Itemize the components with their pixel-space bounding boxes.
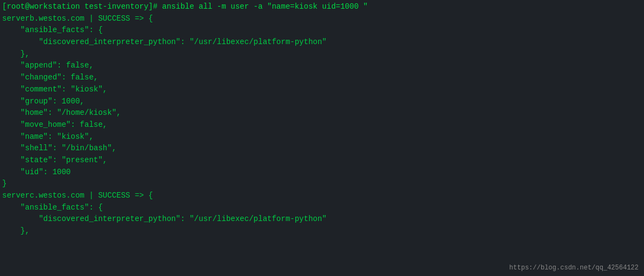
terminal-line: "comment": "kiosk", [0, 84, 644, 96]
terminal-output: [root@workstation test-inventory]# ansib… [0, 1, 644, 237]
terminal-line: "home": "/home/kiosk", [0, 107, 644, 119]
line-text: "move_home": false, [2, 120, 107, 129]
terminal-line: "changed": false, [0, 72, 644, 84]
line-text: "comment": "kiosk", [2, 85, 107, 94]
terminal-line: [root@workstation test-inventory]# ansib… [0, 1, 644, 13]
terminal-line: "name": "kiosk", [0, 131, 644, 143]
line-text: }, [2, 50, 29, 58]
terminal-line: "move_home": false, [0, 119, 644, 131]
line-text: "uid": 1000 [2, 168, 71, 176]
line-text: serverc.westos.com | SUCCESS => { [2, 191, 153, 200]
terminal-line: }, [0, 225, 644, 237]
terminal-line: serverb.westos.com | SUCCESS => { [0, 13, 644, 25]
terminal-line: } [0, 178, 644, 190]
line-text: "changed": false, [2, 73, 98, 82]
terminal-line: }, [0, 48, 644, 60]
line-text: "shell": "/bin/bash", [2, 144, 116, 152]
terminal-line: "discovered_interpreter_python": "/usr/l… [0, 36, 644, 48]
terminal-line: "group": 1000, [0, 96, 644, 108]
terminal-line: serverc.westos.com | SUCCESS => { [0, 190, 644, 202]
line-text: "name": "kiosk", [2, 132, 94, 141]
line-text: }, [2, 226, 29, 235]
line-text: [root@workstation test-inventory]# ansib… [2, 2, 368, 11]
terminal-line: "ansible_facts": { [0, 202, 644, 214]
line-text: "home": "/home/kiosk", [2, 108, 121, 117]
line-text: "discovered_interpreter_python": "/usr/l… [2, 214, 327, 223]
terminal-line: "uid": 1000 [0, 167, 644, 179]
line-text: serverb.westos.com | SUCCESS => { [2, 14, 153, 23]
terminal-line: "discovered_interpreter_python": "/usr/l… [0, 213, 644, 225]
line-text: "ansible_facts": { [2, 203, 103, 212]
watermark: https://blog.csdn.net/qq_42564122 [509, 264, 639, 272]
line-text: "discovered_interpreter_python": "/usr/l… [2, 38, 327, 46]
terminal-line: "state": "present", [0, 155, 644, 167]
terminal-line: "append": false, [0, 60, 644, 72]
line-text: "append": false, [2, 61, 94, 70]
line-text: "ansible_facts": { [2, 26, 103, 34]
line-text: "group": 1000, [2, 97, 84, 106]
terminal-line: "shell": "/bin/bash", [0, 143, 644, 155]
line-text: } [2, 179, 7, 188]
terminal-window: [root@workstation test-inventory]# ansib… [0, 0, 644, 276]
line-text: "state": "present", [2, 156, 107, 164]
terminal-line: "ansible_facts": { [0, 24, 644, 36]
